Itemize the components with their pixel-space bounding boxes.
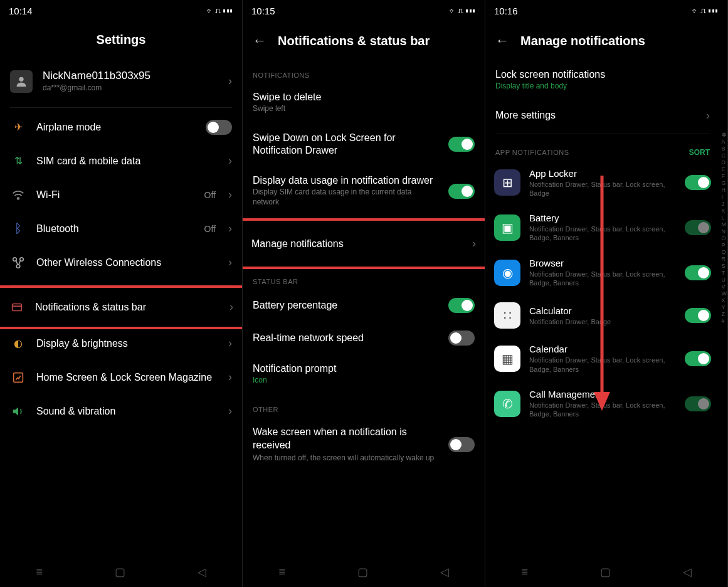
row-swipe-delete[interactable]: Swipe to delete Swipe left xyxy=(243,83,485,123)
label: Sound & vibration xyxy=(36,406,218,417)
alpha-D[interactable]: D xyxy=(722,159,727,166)
alpha-H[interactable]: H xyxy=(722,187,727,193)
alpha-Y[interactable]: Y xyxy=(722,304,727,310)
app-sub: Notification Drawer, Status bar, Lock sc… xyxy=(529,270,676,288)
alpha-G[interactable]: G xyxy=(722,180,727,186)
row-sim[interactable]: ⇅ SIM card & mobile data › xyxy=(0,144,242,178)
alpha-P[interactable]: P xyxy=(722,242,727,248)
app-sub: Notification Drawer, Status bar, Lock sc… xyxy=(529,180,676,198)
row-airplane-mode[interactable]: ✈ Airplane mode xyxy=(0,110,242,144)
value: Off xyxy=(204,190,216,200)
alpha-C[interactable]: C xyxy=(722,152,727,159)
nav-recent-icon[interactable]: ≡ xyxy=(278,566,285,579)
alpha-N[interactable]: N xyxy=(722,228,727,235)
sort-button[interactable]: SORT xyxy=(689,148,710,157)
row-notifications-statusbar[interactable]: Notifications & status bar › xyxy=(0,288,242,327)
row-battery-percentage[interactable]: Battery percentage xyxy=(243,289,485,322)
row-home-lock[interactable]: Home Screen & Lock Screen Magazine › xyxy=(0,361,242,394)
clock: 10:15 xyxy=(251,6,275,16)
alpha-Z[interactable]: Z xyxy=(722,311,727,317)
alpha-X[interactable]: X xyxy=(722,297,727,304)
chevron-right-icon: › xyxy=(228,371,232,384)
status-icons: ᯤ ⎍ ▮▮▮ xyxy=(692,7,719,14)
alpha-S[interactable]: S xyxy=(722,263,727,269)
alpha-L[interactable]: L xyxy=(722,214,727,221)
label: Battery percentage xyxy=(253,300,438,311)
app-row-app-locker[interactable]: ⊞ App Locker Notification Drawer, Status… xyxy=(485,161,720,206)
alpha-#[interactable]: # xyxy=(722,318,727,324)
nav-home-icon[interactable]: ▢ xyxy=(357,565,368,579)
nav-recent-icon[interactable]: ≡ xyxy=(521,566,528,579)
row-data-usage[interactable]: Display data usage in notification drawe… xyxy=(243,166,485,216)
alpha-M[interactable]: M xyxy=(722,221,727,228)
row-wifi[interactable]: Wi-Fi Off › xyxy=(0,178,242,212)
toggle-app[interactable] xyxy=(685,175,711,190)
toggle-app[interactable] xyxy=(685,308,711,323)
alpha-O[interactable]: O xyxy=(722,235,727,241)
toggle-data-usage[interactable] xyxy=(448,184,475,199)
app-icon: ▦ xyxy=(494,346,520,372)
profile-row[interactable]: NickName011b303x95 da***@gmail.com › xyxy=(0,58,242,105)
nav-home-icon[interactable]: ▢ xyxy=(600,565,611,579)
row-manage-notifications[interactable]: Manage notifications › xyxy=(243,221,485,267)
toggle-app[interactable] xyxy=(685,351,711,366)
alpha-W[interactable]: W xyxy=(722,290,727,297)
profile-email: da***@gmail.com xyxy=(43,83,218,93)
chevron-right-icon: › xyxy=(229,300,233,314)
nav-home-icon[interactable]: ▢ xyxy=(115,565,125,579)
nav-bar: ≡ ▢ ◁ xyxy=(485,557,727,587)
toggle-app[interactable] xyxy=(685,265,711,280)
row-bluetooth[interactable]: ᛒ Bluetooth Off › xyxy=(0,212,242,246)
alpha-U[interactable]: U xyxy=(722,277,727,283)
alpha-F[interactable]: F xyxy=(722,173,727,179)
status-icons: ᯤ ⎍ ▮▮▮ xyxy=(449,7,476,14)
alpha-J[interactable]: J xyxy=(722,201,727,207)
alpha-Q[interactable]: Q xyxy=(722,249,727,255)
row-lock-screen-notifications[interactable]: Lock screen notifications Display title … xyxy=(485,60,720,100)
app-row-calendar[interactable]: ▦ Calendar Notification Drawer, Status b… xyxy=(485,336,720,381)
alpha-A[interactable]: A xyxy=(722,139,727,145)
alpha-E[interactable]: E xyxy=(722,166,727,172)
row-notification-prompt[interactable]: Notification prompt Icon xyxy=(243,354,485,394)
toggle-battery-pct[interactable] xyxy=(448,298,475,313)
toggle-swipe-down[interactable] xyxy=(448,137,475,152)
alpha-K[interactable]: K xyxy=(722,208,727,214)
toggle-app[interactable] xyxy=(685,396,711,411)
label: Lock screen notifications xyxy=(495,69,710,80)
toggle-network-speed[interactable] xyxy=(448,331,475,346)
nav-back-icon[interactable]: ◁ xyxy=(440,565,449,579)
nav-back-icon[interactable]: ◁ xyxy=(198,565,206,579)
alpha-✽[interactable]: ✽ xyxy=(722,132,727,138)
app-row-browser[interactable]: ◉ Browser Notification Drawer, Status ba… xyxy=(485,250,720,295)
app-row-calculator[interactable]: ∷ Calculator Notification Drawer, Badge xyxy=(485,295,720,336)
alpha-R[interactable]: R xyxy=(722,256,727,262)
back-icon[interactable]: ← xyxy=(495,33,509,49)
app-row-battery[interactable]: ▣ Battery Notification Drawer, Status ba… xyxy=(485,205,720,250)
page-title: Manage notifications xyxy=(520,34,645,48)
toggle-app[interactable] xyxy=(685,220,711,235)
nav-back-icon[interactable]: ◁ xyxy=(683,565,692,579)
app-row-call-management[interactable]: ✆ Call Management Notification Drawer, S… xyxy=(485,381,720,426)
toggle-wake-screen[interactable] xyxy=(448,437,475,452)
nav-recent-icon[interactable]: ≡ xyxy=(36,566,43,579)
svg-point-4 xyxy=(16,264,20,268)
alphabet-index[interactable]: ✽ABCDEFGHIJKLMNOPQRSTUVWXYZ# xyxy=(722,132,727,324)
svg-point-0 xyxy=(19,77,23,81)
alpha-V[interactable]: V xyxy=(722,283,727,290)
alpha-B[interactable]: B xyxy=(722,145,727,152)
back-icon[interactable]: ← xyxy=(253,33,266,49)
toggle-airplane[interactable] xyxy=(206,120,232,135)
row-more-settings[interactable]: More settings › xyxy=(485,100,720,131)
avatar xyxy=(10,70,33,93)
app-icon: ▣ xyxy=(494,214,520,241)
alpha-I[interactable]: I xyxy=(722,194,727,200)
page-title: Settings xyxy=(97,33,146,47)
row-swipe-down-lock[interactable]: Swipe Down on Lock Screen for Notificati… xyxy=(243,123,485,167)
label: Wi-Fi xyxy=(36,189,194,201)
alpha-T[interactable]: T xyxy=(722,270,727,276)
row-network-speed[interactable]: Real-time network speed xyxy=(243,322,485,354)
row-other-wireless[interactable]: Other Wireless Connections › xyxy=(0,246,242,280)
row-display[interactable]: ◐ Display & brightness › xyxy=(0,327,242,361)
row-wake-screen[interactable]: Wake screen when a notification is recei… xyxy=(243,417,485,472)
row-sound[interactable]: Sound & vibration › xyxy=(0,394,242,428)
